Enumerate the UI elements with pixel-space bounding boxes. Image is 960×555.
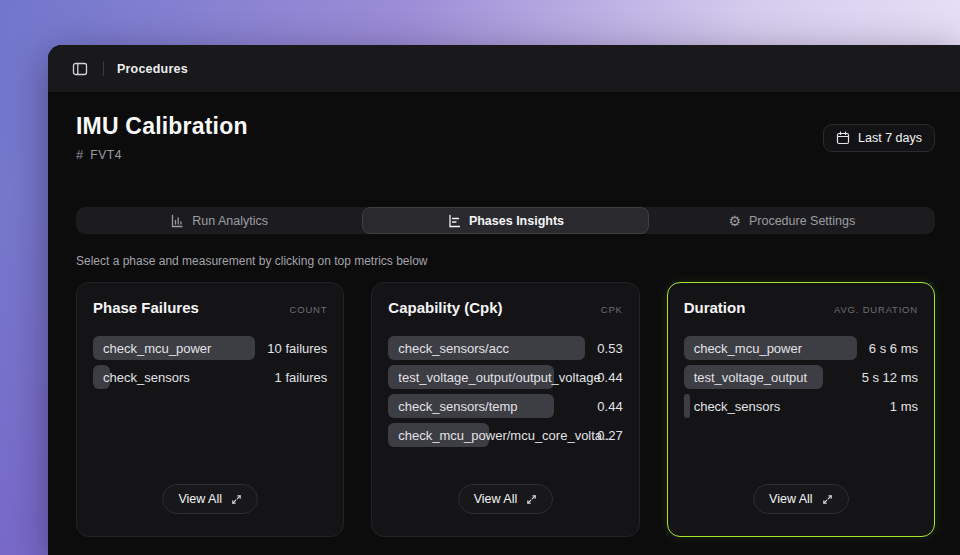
row-value: 6 s 6 ms xyxy=(869,341,918,356)
tab-run-analytics-label: Run Analytics xyxy=(192,214,268,228)
card-metric-label: COUNT xyxy=(290,304,328,315)
card-duration: Duration AVG. DURATION check_mcu_power 6… xyxy=(667,282,935,537)
app-window: Procedures IMU Calibration # FVT4 xyxy=(48,45,960,555)
tab-phases-insights[interactable]: Phases Insights xyxy=(362,207,648,234)
topbar-divider xyxy=(103,61,104,76)
row-label: test_voltage_output xyxy=(694,370,807,385)
row-label: test_voltage_output/output_voltage xyxy=(398,370,600,385)
row-label: check_sensors xyxy=(103,370,190,385)
metric-row[interactable]: check_mcu_power/mcu_core_volta... 0.27 xyxy=(388,423,622,447)
metric-row[interactable]: check_mcu_power 6 s 6 ms xyxy=(684,336,918,360)
procedure-tag-label: FVT4 xyxy=(90,148,122,162)
card-metric-label: AVG. DURATION xyxy=(834,304,918,315)
card-title: Capability (Cpk) xyxy=(388,299,502,316)
metric-row[interactable]: test_voltage_output/output_voltage 0.44 xyxy=(388,365,622,389)
tab-procedure-settings-label: Procedure Settings xyxy=(749,214,855,228)
page-title: IMU Calibration xyxy=(76,113,248,140)
view-all-label: View All xyxy=(178,492,222,506)
view-all-button[interactable]: View All xyxy=(753,484,849,514)
row-bar xyxy=(684,394,690,418)
row-label: check_mcu_power xyxy=(103,341,211,356)
row-label: check_sensors/temp xyxy=(398,399,517,414)
tab-phases-insights-label: Phases Insights xyxy=(469,214,564,228)
metric-row[interactable]: check_sensors/temp 0.44 xyxy=(388,394,622,418)
tab-procedure-settings[interactable]: ⚙ Procedure Settings xyxy=(649,207,935,234)
page-header: IMU Calibration # FVT4 Last 7 days xyxy=(76,113,935,162)
row-value: 1 ms xyxy=(890,399,918,414)
main-content: IMU Calibration # FVT4 Last 7 days xyxy=(48,113,960,537)
row-label: check_mcu_power/mcu_core_volta... xyxy=(398,428,613,443)
row-label: check_sensors/acc xyxy=(398,341,509,356)
row-value: 0.44 xyxy=(597,370,622,385)
card-metric-label: CPK xyxy=(601,304,623,315)
tab-run-analytics[interactable]: Run Analytics xyxy=(76,207,362,234)
sidebar-toggle-button[interactable] xyxy=(70,59,90,79)
view-all-label: View All xyxy=(769,492,813,506)
hash-icon: # xyxy=(76,147,83,162)
tab-bar: Run Analytics Phases Insights ⚙ Procedur… xyxy=(76,207,935,234)
panel-left-icon xyxy=(72,61,88,77)
metric-row[interactable]: check_mcu_power 10 failures xyxy=(93,336,327,360)
gear-icon: ⚙ xyxy=(728,214,741,228)
procedure-tag: # FVT4 xyxy=(76,147,248,162)
metric-row[interactable]: check_sensors 1 failures xyxy=(93,365,327,389)
expand-icon xyxy=(526,494,537,505)
card-phase-failures: Phase Failures COUNT check_mcu_power 10 … xyxy=(76,282,344,537)
card-title: Duration xyxy=(684,299,746,316)
row-label: check_mcu_power xyxy=(694,341,802,356)
line-chart-icon xyxy=(447,214,461,228)
metric-cards: Phase Failures COUNT check_mcu_power 10 … xyxy=(76,282,935,537)
row-value: 0.44 xyxy=(597,399,622,414)
metric-row[interactable]: check_sensors/acc 0.53 xyxy=(388,336,622,360)
date-range-button[interactable]: Last 7 days xyxy=(823,124,935,152)
bar-chart-icon xyxy=(170,214,184,228)
view-all-label: View All xyxy=(474,492,518,506)
card-title: Phase Failures xyxy=(93,299,199,316)
expand-icon xyxy=(822,494,833,505)
top-bar: Procedures xyxy=(48,45,960,92)
breadcrumb[interactable]: Procedures xyxy=(117,62,188,76)
metric-row[interactable]: check_sensors 1 ms xyxy=(684,394,918,418)
expand-icon xyxy=(231,494,242,505)
row-value: 1 failures xyxy=(275,370,328,385)
date-range-label: Last 7 days xyxy=(858,131,922,145)
card-capability-cpk: Capability (Cpk) CPK check_sensors/acc 0… xyxy=(371,282,639,537)
view-all-button[interactable]: View All xyxy=(162,484,258,514)
row-value: 10 failures xyxy=(267,341,327,356)
row-label: check_sensors xyxy=(694,399,781,414)
metric-row[interactable]: test_voltage_output 5 s 12 ms xyxy=(684,365,918,389)
view-all-button[interactable]: View All xyxy=(458,484,554,514)
instruction-text: Select a phase and measurement by clicki… xyxy=(76,254,935,268)
calendar-icon xyxy=(836,131,850,145)
row-value: 5 s 12 ms xyxy=(862,370,918,385)
row-value: 0.53 xyxy=(597,341,622,356)
